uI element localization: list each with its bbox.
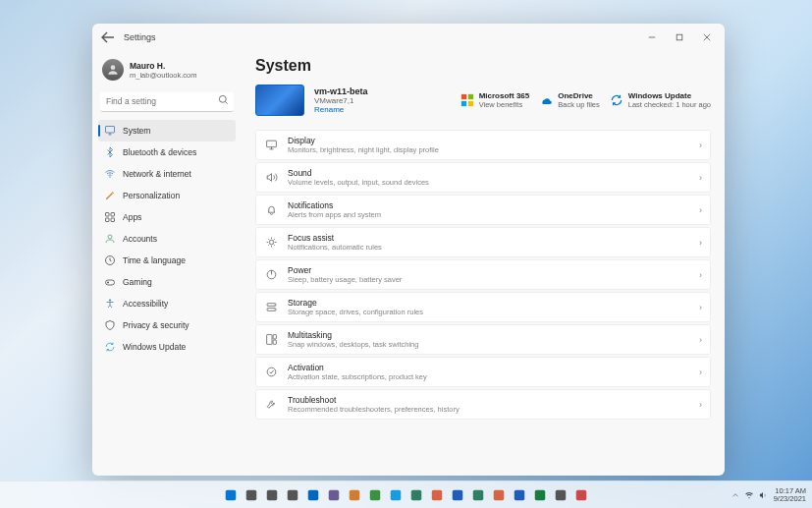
sidebar-nav: SystemBluetooth & devicesNetwork & inter… xyxy=(98,120,236,358)
sidebar-item-gaming[interactable]: Gaming xyxy=(98,271,236,293)
sidebar-item-network[interactable]: Network & internet xyxy=(98,163,236,185)
network-tray-icon xyxy=(744,490,754,500)
page-title: System xyxy=(255,57,711,75)
svg-rect-25 xyxy=(576,489,587,500)
taskbar-settings-icon[interactable] xyxy=(325,486,343,504)
svg-rect-8 xyxy=(226,489,237,500)
main-content: System vm-w11-beta VMware7,1 Rename Micr… xyxy=(242,51,725,476)
taskbar-app-icon[interactable] xyxy=(449,486,466,504)
sidebar-item-label: Network & internet xyxy=(123,169,191,179)
taskbar-widgets-icon[interactable] xyxy=(284,486,301,504)
display-icon xyxy=(264,139,278,152)
accessibility-icon xyxy=(104,298,116,310)
sidebar-item-update[interactable]: Windows Update xyxy=(98,336,236,358)
sidebar-item-apps[interactable]: Apps xyxy=(98,206,236,228)
taskbar-store-icon[interactable] xyxy=(428,486,446,504)
close-button[interactable] xyxy=(693,27,721,48)
sidebar-item-label: Gaming xyxy=(123,277,152,287)
back-button[interactable] xyxy=(100,29,116,45)
taskbar-app-icon[interactable] xyxy=(572,486,590,504)
sidebar-item-label: Time & language xyxy=(123,255,186,265)
bluetooth-icon xyxy=(104,146,116,158)
sidebar-item-bluetooth[interactable]: Bluetooth & devices xyxy=(98,141,236,163)
user-card[interactable]: Mauro H. m_lab@outlook.com xyxy=(98,55,236,90)
taskbar-app-icon[interactable] xyxy=(469,486,487,504)
system-tray[interactable] xyxy=(731,490,768,500)
sidebar-item-privacy[interactable]: Privacy & security xyxy=(98,314,236,336)
rename-link[interactable]: Rename xyxy=(314,105,368,114)
notifications-icon xyxy=(264,203,278,217)
chevron-right-icon: › xyxy=(699,141,702,150)
hero-tile-m365[interactable]: Microsoft 365View benefits xyxy=(460,91,530,109)
settings-row-activation[interactable]: ActivationActivation state, subscription… xyxy=(255,357,711,387)
titlebar: Settings xyxy=(92,24,725,51)
sidebar-item-system[interactable]: System xyxy=(98,120,236,141)
settings-list: DisplayMonitors, brightness, night light… xyxy=(255,130,711,420)
svg-rect-1 xyxy=(677,34,682,40)
search-input[interactable] xyxy=(100,92,234,112)
taskbar-app-icon[interactable] xyxy=(490,486,508,504)
storage-icon xyxy=(264,301,278,314)
settings-row-storage[interactable]: StorageStorage space, drives, configurat… xyxy=(255,292,711,322)
svg-rect-23 xyxy=(535,489,546,500)
svg-rect-16 xyxy=(391,489,402,500)
hero-tile-onedrive[interactable]: OneDriveBack up files xyxy=(539,91,600,109)
taskbar-explorer-icon[interactable] xyxy=(304,486,322,504)
clock[interactable]: 10:17 AM 9/23/2021 xyxy=(774,487,806,502)
taskbar-app-icon[interactable] xyxy=(346,486,363,504)
user-name: Mauro H. xyxy=(130,61,196,71)
sidebar-item-time[interactable]: Time & language xyxy=(98,250,236,271)
svg-rect-5 xyxy=(468,94,473,99)
sidebar-item-label: System xyxy=(123,126,150,136)
svg-rect-17 xyxy=(411,489,422,500)
minimize-button[interactable] xyxy=(638,27,666,48)
taskbar-app-icon[interactable] xyxy=(511,486,528,504)
svg-rect-13 xyxy=(329,489,340,500)
taskbar-app-icon[interactable] xyxy=(531,486,549,504)
sidebar-item-label: Windows Update xyxy=(123,342,186,352)
system-icon xyxy=(104,125,116,137)
chevron-right-icon: › xyxy=(699,367,702,377)
settings-row-troubleshoot[interactable]: TroubleshootRecommended troubleshooters,… xyxy=(255,389,711,420)
user-email: m_lab@outlook.com xyxy=(130,71,196,80)
taskbar-start-icon[interactable] xyxy=(222,486,240,504)
svg-rect-21 xyxy=(494,489,505,500)
personalization-icon xyxy=(104,190,116,201)
network-icon xyxy=(104,168,116,180)
focus-icon xyxy=(264,236,278,250)
search-box[interactable] xyxy=(100,90,234,112)
taskbar-app-icon[interactable] xyxy=(407,486,425,504)
settings-row-sound[interactable]: SoundVolume levels, output, input, sound… xyxy=(255,162,711,193)
settings-row-focus[interactable]: Focus assistNotifications, automatic rul… xyxy=(255,227,711,257)
sidebar-item-label: Privacy & security xyxy=(123,320,189,330)
onedrive-icon xyxy=(539,93,553,107)
m365-icon xyxy=(460,93,474,107)
settings-row-power[interactable]: PowerSleep, battery usage, battery saver… xyxy=(255,259,711,290)
sidebar-item-label: Bluetooth & devices xyxy=(123,147,196,157)
wallpaper-thumbnail[interactable] xyxy=(255,85,304,116)
taskbar-search-icon[interactable] xyxy=(243,486,260,504)
svg-rect-7 xyxy=(468,101,473,106)
power-icon xyxy=(264,268,278,282)
privacy-icon xyxy=(104,319,116,331)
taskbar-app-icon[interactable] xyxy=(366,486,384,504)
sound-icon xyxy=(264,171,278,185)
window-title: Settings xyxy=(124,32,156,42)
svg-rect-14 xyxy=(350,489,360,500)
maximize-button[interactable] xyxy=(666,27,693,48)
svg-rect-22 xyxy=(514,489,525,500)
sidebar-item-personalization[interactable]: Personalization xyxy=(98,185,236,206)
sidebar-item-accessibility[interactable]: Accessibility xyxy=(98,293,236,314)
sidebar-item-accounts[interactable]: Accounts xyxy=(98,228,236,250)
taskbar-edge-icon[interactable] xyxy=(387,486,405,504)
chevron-right-icon: › xyxy=(699,205,702,215)
taskbar-taskview-icon[interactable] xyxy=(263,486,281,504)
settings-row-display[interactable]: DisplayMonitors, brightness, night light… xyxy=(255,130,711,160)
hero-tile-winupdate[interactable]: Windows UpdateLast checked: 1 hour ago xyxy=(610,91,711,109)
settings-row-multitask[interactable]: MultitaskingSnap windows, desktops, task… xyxy=(255,324,711,355)
chevron-right-icon: › xyxy=(699,400,702,410)
taskbar-app-icon[interactable] xyxy=(552,486,569,504)
volume-tray-icon xyxy=(758,490,768,500)
settings-row-notifications[interactable]: NotificationsAlerts from apps and system… xyxy=(255,195,711,225)
accounts-icon xyxy=(104,233,116,245)
